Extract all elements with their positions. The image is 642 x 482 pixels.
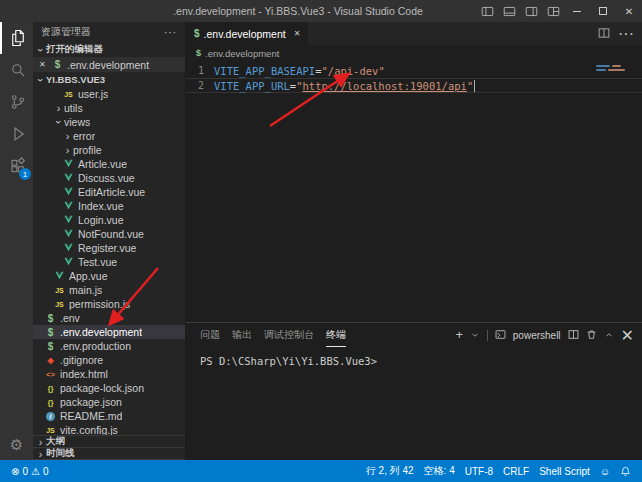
js-file-icon: JS: [53, 287, 66, 294]
close-panel-icon[interactable]: ✕: [621, 326, 634, 345]
url-link[interactable]: http://localhost:19001/api: [303, 80, 467, 92]
panel-tab-调试控制台[interactable]: 调试控制台: [264, 323, 314, 347]
tree-item-.env.development[interactable]: $.env.development: [33, 325, 185, 339]
toggle-secondary-sidebar-icon[interactable]: [520, 0, 542, 22]
json-file-icon: {}: [44, 398, 57, 407]
tree-item-Article.vue[interactable]: Article.vue: [33, 157, 185, 171]
settings-gear-icon[interactable]: ⚙: [0, 430, 33, 460]
panel-tab-输出[interactable]: 输出: [232, 323, 252, 347]
maximize-button[interactable]: [590, 0, 616, 22]
line-number: 1: [186, 65, 214, 76]
tree-item-vite.config.js[interactable]: JSvite.config.js: [33, 423, 185, 435]
close-button[interactable]: ✕: [616, 0, 642, 22]
cursor-position[interactable]: 行 2, 列 42: [361, 464, 419, 478]
status-bar: ⊗ 0 ⚠ 0 行 2, 列 42空格: 4UTF-8CRLFShell Scr…: [0, 460, 642, 482]
tree-item-utils[interactable]: ›utils: [33, 101, 185, 115]
tree-item-error[interactable]: ›error: [33, 129, 185, 143]
terminal-profiles-chevron-icon[interactable]: [470, 326, 480, 344]
tree-item-.env.production[interactable]: $.env.production: [33, 339, 185, 353]
tree-item-package.json[interactable]: {}package.json: [33, 395, 185, 409]
tree-item-EditArticle.vue[interactable]: EditArticle.vue: [33, 185, 185, 199]
more-actions-icon[interactable]: ···: [164, 27, 177, 38]
indentation[interactable]: 空格: 4: [419, 464, 460, 478]
maximize-panel-icon[interactable]: [604, 326, 614, 344]
file-name: README.md: [60, 410, 122, 422]
tab-env-development[interactable]: $ .env.development ✕: [186, 22, 309, 45]
file-name: package.json: [60, 396, 122, 408]
timeline-section-header[interactable]: › 时间线: [33, 448, 185, 460]
customize-layout-icon[interactable]: [542, 0, 564, 22]
panel-tab-终端[interactable]: 终端: [326, 323, 346, 347]
sidebar-title: 资源管理器: [41, 25, 91, 39]
eol[interactable]: CRLF: [498, 466, 534, 477]
code-editor[interactable]: 1VITE_APP_BASEAPI="/api-dev"2VITE_APP_UR…: [186, 61, 642, 322]
vue-file-icon: [62, 228, 75, 240]
env-file-icon: $: [44, 327, 57, 338]
tree-item-profile[interactable]: ›profile: [33, 143, 185, 157]
tree-item-.gitignore[interactable]: ◆.gitignore: [33, 353, 185, 367]
code-lines: 1VITE_APP_BASEAPI="/api-dev"2VITE_APP_UR…: [186, 63, 642, 93]
toggle-sidebar-icon[interactable]: [476, 0, 498, 22]
tree-item-Register.vue[interactable]: Register.vue: [33, 241, 185, 255]
file-name: permission.js: [69, 298, 130, 310]
open-editor-item[interactable]: ✕ $ .env.development: [33, 57, 185, 72]
chevron-down-icon: ›: [36, 74, 46, 85]
file-name: user.js: [78, 88, 108, 100]
vue-file-icon: [62, 186, 75, 198]
vue-file-icon: [62, 200, 75, 212]
editor-area: $ .env.development ✕ ··· $ .env.developm…: [186, 22, 642, 460]
source-control-icon[interactable]: [0, 86, 33, 118]
close-editor-icon[interactable]: ✕: [39, 60, 51, 69]
encoding[interactable]: UTF-8: [460, 466, 498, 477]
html-file-icon: <>: [44, 370, 57, 379]
editor-more-actions-icon[interactable]: ···: [618, 25, 634, 43]
panel-header: 问题输出调试控制台终端 + powershell: [186, 323, 642, 347]
text-cursor: [474, 80, 475, 92]
file-name: NotFound.vue: [78, 228, 144, 240]
tree-item-README.md[interactable]: iREADME.md: [33, 409, 185, 423]
tree-item-Discuss.vue[interactable]: Discuss.vue: [33, 171, 185, 185]
explorer-icon[interactable]: [0, 22, 33, 54]
search-icon[interactable]: [0, 54, 33, 86]
notifications-bell-icon[interactable]: [615, 466, 636, 477]
tree-item-Test.vue[interactable]: Test.vue: [33, 255, 185, 269]
minimize-button[interactable]: [564, 0, 590, 22]
project-header[interactable]: › YI.BBS.VUE3: [33, 72, 185, 87]
language-mode[interactable]: Shell Script: [534, 466, 595, 477]
extensions-icon[interactable]: 1: [0, 150, 33, 182]
env-file-icon: $: [194, 28, 200, 39]
feedback-smiley-icon[interactable]: ☺: [595, 466, 615, 477]
problems-status[interactable]: ⊗ 0 ⚠ 0: [6, 466, 53, 477]
tree-item-main.js[interactable]: JSmain.js: [33, 283, 185, 297]
split-terminal-icon[interactable]: [568, 326, 579, 344]
tree-item-permission.js[interactable]: JSpermission.js: [33, 297, 185, 311]
shell-label[interactable]: powershell: [513, 330, 561, 341]
tree-item-Login.vue[interactable]: Login.vue: [33, 213, 185, 227]
run-debug-icon[interactable]: [0, 118, 33, 150]
titlebar-controls: ✕: [476, 0, 642, 22]
breadcrumb[interactable]: $ .env.development: [186, 45, 642, 61]
tab-close-icon[interactable]: ✕: [294, 29, 301, 38]
file-name: profile: [73, 144, 102, 156]
tree-item-views[interactable]: ›views: [33, 115, 185, 129]
split-editor-icon[interactable]: [598, 25, 610, 43]
tree-item-index.html[interactable]: <>index.html: [33, 367, 185, 381]
titlebar: .env.development - Yi.BBS.Vue3 - Visual …: [0, 0, 642, 22]
kill-terminal-icon[interactable]: [586, 326, 597, 344]
env-file-icon: $: [51, 59, 64, 70]
tree-item-App.vue[interactable]: App.vue: [33, 269, 185, 283]
tree-item-user.js[interactable]: JSuser.js: [33, 87, 185, 101]
code-token: ": [467, 80, 473, 92]
panel-tab-问题[interactable]: 问题: [200, 323, 220, 347]
tree-item-.env[interactable]: $.env: [33, 311, 185, 325]
toggle-panel-icon[interactable]: [498, 0, 520, 22]
vue-file-icon: [53, 270, 66, 282]
open-editors-header[interactable]: › 打开的编辑器: [33, 42, 185, 57]
new-terminal-icon[interactable]: +: [456, 328, 463, 342]
tree-item-NotFound.vue[interactable]: NotFound.vue: [33, 227, 185, 241]
chevron-right-icon: ›: [35, 437, 46, 447]
tree-item-package-lock.json[interactable]: {}package-lock.json: [33, 381, 185, 395]
terminal-content[interactable]: PS D:\CSharp\Yi\Yi.BBS.Vue3>: [186, 347, 642, 460]
tree-item-Index.vue[interactable]: Index.vue: [33, 199, 185, 213]
minimap[interactable]: [596, 65, 634, 73]
